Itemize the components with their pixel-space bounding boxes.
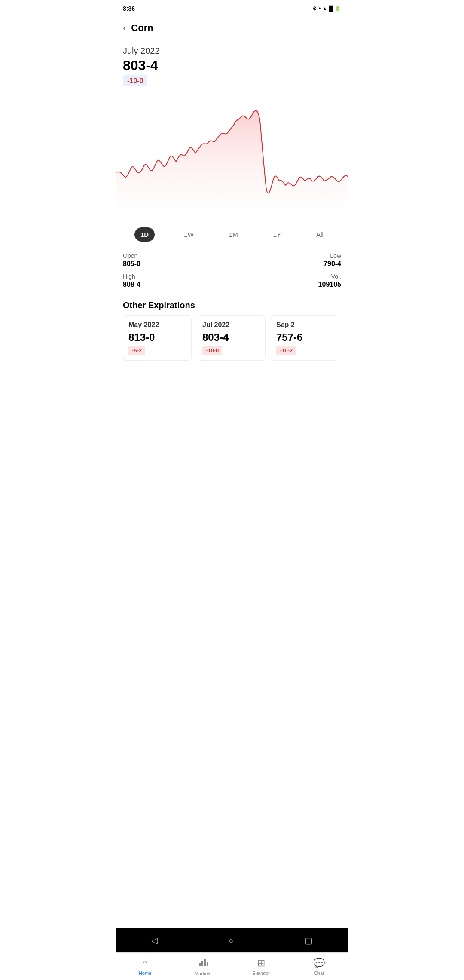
tab-1m[interactable]: 1M <box>223 227 244 242</box>
exp-card-date-2: Sep 2 <box>276 321 334 329</box>
back-button[interactable]: ‹ <box>123 22 126 34</box>
stat-vol: Vol. 109105 <box>232 273 341 288</box>
stat-low-value: 790-4 <box>232 260 341 268</box>
settings-icon: ⚙ <box>312 6 317 12</box>
exp-card-change-0: -5-2 <box>128 346 145 355</box>
tab-1d[interactable]: 1D <box>134 227 155 242</box>
exp-card-date-0: May 2022 <box>128 321 186 329</box>
stat-open-value: 805-0 <box>123 260 232 268</box>
stats-row-1: Open 805-0 Low 790-4 <box>123 252 341 268</box>
signal-icon: ▉ <box>329 6 333 12</box>
stat-low: Low 790-4 <box>232 252 341 268</box>
stats-section: Open 805-0 Low 790-4 High 808-4 Vol. 109… <box>116 245 348 300</box>
wifi-icon: ▲ <box>322 6 327 12</box>
exp-card-price-1: 803-4 <box>202 331 260 343</box>
dot-icon: • <box>319 6 321 12</box>
chart-svg <box>116 86 348 224</box>
stat-vol-value: 109105 <box>232 281 341 288</box>
stat-high-value: 808-4 <box>123 281 232 288</box>
tab-all[interactable]: All <box>310 227 330 242</box>
status-icons: ⚙ • ▲ ▉ 🔋 <box>312 6 341 12</box>
stat-vol-label: Vol. <box>232 273 341 280</box>
tab-1y[interactable]: 1Y <box>267 227 287 242</box>
price-change: -10-0 <box>123 75 147 86</box>
expiration-cards: May 2022 813-0 -5-2 Jul 2022 803-4 -10-0… <box>123 315 341 364</box>
status-bar: 8:36 ⚙ • ▲ ▉ 🔋 <box>116 0 348 17</box>
page-header: ‹ Corn <box>116 17 348 39</box>
exp-card-date-1: Jul 2022 <box>202 321 260 329</box>
price-chart[interactable] <box>116 86 348 224</box>
other-expirations-section: Other Expirations May 2022 813-0 -5-2 Ju… <box>116 300 348 364</box>
exp-card-0[interactable]: May 2022 813-0 -5-2 <box>123 315 192 361</box>
stat-open-label: Open <box>123 252 232 259</box>
stat-open: Open 805-0 <box>123 252 232 268</box>
price-section: July 2022 803-4 -10-0 <box>116 39 348 86</box>
exp-card-change-1: -10-0 <box>202 346 222 355</box>
page-title: Corn <box>131 22 153 34</box>
tab-1w[interactable]: 1W <box>178 227 200 242</box>
exp-card-2[interactable]: Sep 2 757-6 -10-2 <box>271 315 339 361</box>
price-value: 803-4 <box>123 58 341 74</box>
stat-low-label: Low <box>232 252 341 259</box>
time-tabs: 1D 1W 1M 1Y All <box>116 224 348 245</box>
battery-icon: 🔋 <box>335 6 341 12</box>
status-time: 8:36 <box>123 5 135 12</box>
exp-card-price-2: 757-6 <box>276 331 334 343</box>
price-date: July 2022 <box>123 46 341 56</box>
stat-high-label: High <box>123 273 232 280</box>
exp-card-change-2: -10-2 <box>276 346 296 355</box>
stats-row-2: High 808-4 Vol. 109105 <box>123 273 341 288</box>
exp-card-price-0: 813-0 <box>128 331 186 343</box>
other-expirations-title: Other Expirations <box>123 300 341 310</box>
exp-card-1[interactable]: Jul 2022 803-4 -10-0 <box>197 315 266 361</box>
stat-high: High 808-4 <box>123 273 232 288</box>
